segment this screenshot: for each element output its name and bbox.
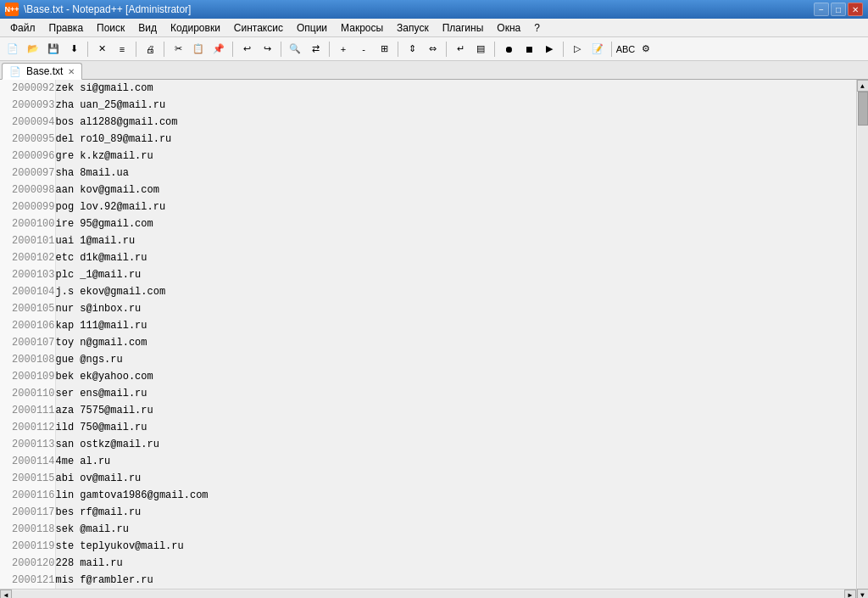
line-text[interactable]: 228 mail.ru: [55, 555, 856, 572]
line-text[interactable]: ild 750@mail.ru: [55, 419, 856, 436]
table-row: 2000098aan kov@gmail.com: [0, 182, 856, 198]
table-row: 2000117bes rf@mail.ru: [0, 504, 856, 521]
line-text[interactable]: lin gamtova1986@gmail.com: [55, 487, 856, 504]
menu-search[interactable]: Поиск: [90, 19, 131, 36]
paste-button[interactable]: 📌: [209, 40, 228, 59]
scroll-down-button[interactable]: ▼: [857, 589, 869, 598]
line-text[interactable]: del ro10_89@mail.ru: [55, 131, 856, 148]
line-text[interactable]: aan kov@gmail.com: [55, 182, 856, 198]
play-button[interactable]: ▶: [540, 40, 559, 59]
line-text[interactable]: gue @ngs.ru: [55, 351, 856, 368]
line-number: 2000107: [0, 334, 55, 351]
minimize-button[interactable]: −: [814, 3, 829, 16]
line-number: 2000110: [0, 385, 55, 402]
line-text[interactable]: j.s ekov@gmail.com: [55, 283, 856, 300]
tab-icon: 📄: [9, 66, 21, 77]
menu-options[interactable]: Опции: [290, 19, 334, 36]
wordwrap-button[interactable]: ↵: [451, 40, 470, 59]
close-button[interactable]: ✕: [848, 3, 863, 16]
menu-encoding[interactable]: Кодировки: [164, 19, 227, 36]
line-text[interactable]: bes rf@mail.ru: [55, 504, 856, 521]
toolbar-sep-10: [563, 42, 564, 57]
undo-button[interactable]: ↩: [237, 40, 256, 59]
line-text[interactable]: mis f@rambler.ru: [55, 572, 856, 589]
line-text[interactable]: plc _1@mail.ru: [55, 266, 856, 283]
line-text[interactable]: ste teplyukov@mail.ru: [55, 538, 856, 555]
scroll-left-button[interactable]: ◀: [0, 590, 12, 599]
menu-plugins[interactable]: Плагины: [436, 19, 491, 36]
line-text[interactable]: sek @mail.ru: [55, 521, 856, 538]
line-text[interactable]: bos al1288@gmail.com: [55, 114, 856, 131]
menu-macros[interactable]: Макросы: [334, 19, 390, 36]
line-text[interactable]: ire 95@gmail.com: [55, 215, 856, 232]
horizontal-scrollbar[interactable]: ◀ ▶: [0, 589, 856, 598]
menu-edit[interactable]: Правка: [42, 19, 91, 36]
h-scroll-track[interactable]: [12, 590, 844, 599]
line-text[interactable]: gre k.kz@mail.ru: [55, 148, 856, 165]
app-icon: N++: [5, 3, 19, 16]
close-all-button[interactable]: ≡: [113, 40, 131, 59]
line-text[interactable]: uai 1@mail.ru: [55, 232, 856, 249]
lines-container[interactable]: 2000092zek si@gmail.com2000093zha uan_25…: [0, 80, 856, 589]
v-scroll-track[interactable]: [858, 92, 868, 589]
redo-button[interactable]: ↪: [258, 40, 276, 59]
sync-h-button[interactable]: ⇔: [423, 40, 442, 59]
save-button[interactable]: 💾: [44, 40, 63, 59]
menu-windows[interactable]: Окна: [490, 19, 527, 36]
panel-button[interactable]: ▤: [471, 40, 490, 59]
replace-button[interactable]: ⇄: [306, 40, 325, 59]
line-text[interactable]: ser ens@mail.ru: [55, 385, 856, 402]
table-row: 2000118sek @mail.ru: [0, 521, 856, 538]
open-button[interactable]: 📂: [24, 40, 42, 59]
save-all-button[interactable]: ⬇: [64, 40, 83, 59]
save-macro-button[interactable]: 📝: [588, 40, 607, 59]
close-tab-button[interactable]: ✕: [92, 40, 111, 59]
line-text[interactable]: sha 8mail.ua: [55, 165, 856, 182]
line-text[interactable]: zek si@gmail.com: [55, 80, 856, 97]
maximize-button[interactable]: □: [831, 3, 846, 16]
line-text[interactable]: toy n@gmail.com: [55, 334, 856, 351]
cut-button[interactable]: ✂: [169, 40, 187, 59]
extra-button[interactable]: ⚙: [637, 40, 655, 59]
line-text[interactable]: bek ek@yahoo.com: [55, 368, 856, 385]
line-text[interactable]: aza 7575@mail.ru: [55, 402, 856, 419]
scroll-right-button[interactable]: ▶: [844, 590, 856, 599]
toolbar-sep-5: [281, 42, 281, 57]
tab-base-txt[interactable]: 📄 Base.txt ✕: [2, 63, 82, 80]
line-text[interactable]: etc d1k@mail.ru: [55, 249, 856, 266]
line-number: 2000098: [0, 182, 55, 198]
line-text[interactable]: pog lov.92@mail.ru: [55, 198, 856, 215]
table-row: 2000092zek si@gmail.com: [0, 80, 856, 97]
toolbar-sep-1: [87, 42, 88, 57]
menu-view[interactable]: Вид: [131, 19, 164, 36]
print-button[interactable]: 🖨: [141, 40, 159, 59]
stop-button[interactable]: ⏹: [520, 40, 538, 59]
run-macro-button[interactable]: ▷: [568, 40, 587, 59]
vertical-scrollbar[interactable]: ▲ ▼: [856, 80, 868, 598]
record-button[interactable]: ⏺: [499, 40, 518, 59]
zoom-in-button[interactable]: +: [334, 40, 353, 59]
zoom-restore-button[interactable]: ⊞: [375, 40, 393, 59]
menu-run[interactable]: Запуск: [390, 19, 436, 36]
line-text[interactable]: abi ov@mail.ru: [55, 470, 856, 487]
menu-syntax[interactable]: Синтаксис: [227, 19, 290, 36]
line-text[interactable]: kap 111@mail.ru: [55, 317, 856, 334]
line-text[interactable]: 4me al.ru: [55, 453, 856, 470]
line-text[interactable]: nur s@inbox.ru: [55, 300, 856, 317]
zoom-out-button[interactable]: -: [354, 40, 373, 59]
scroll-up-button[interactable]: ▲: [857, 80, 869, 92]
new-button[interactable]: 📄: [3, 40, 22, 59]
copy-button[interactable]: 📋: [189, 40, 208, 59]
tab-close-button[interactable]: ✕: [68, 67, 75, 76]
table-row: 2000097sha 8mail.ua: [0, 165, 856, 182]
table-row: 2000109bek ek@yahoo.com: [0, 368, 856, 385]
sync-v-button[interactable]: ⇕: [403, 40, 421, 59]
spellcheck-button[interactable]: ABC: [616, 40, 635, 59]
line-text[interactable]: san ostkz@mail.ru: [55, 436, 856, 453]
table-row: 2000116lin gamtova1986@gmail.com: [0, 487, 856, 504]
menu-help[interactable]: ?: [527, 19, 547, 36]
find-button[interactable]: 🔍: [286, 40, 304, 59]
menu-file[interactable]: Файл: [3, 19, 42, 36]
v-scroll-thumb[interactable]: [858, 92, 868, 126]
line-text[interactable]: zha uan_25@mail.ru: [55, 97, 856, 114]
